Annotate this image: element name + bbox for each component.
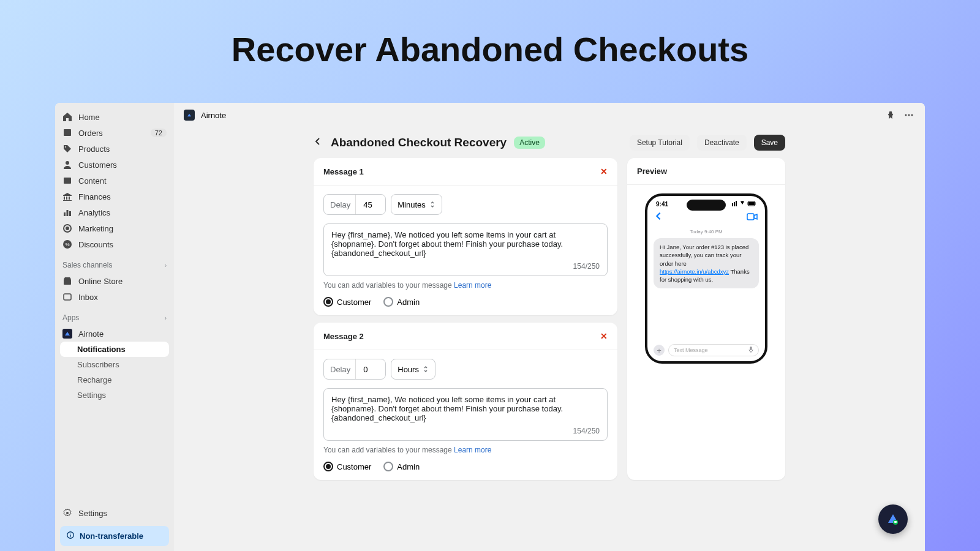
card-title: Message 2 bbox=[323, 332, 364, 341]
message-textarea[interactable]: Hey {first_name}, We noticed you left so… bbox=[323, 223, 608, 276]
sidebar-subitem-notifications[interactable]: Notifications bbox=[60, 342, 169, 357]
note-label: Non-transferable bbox=[80, 531, 143, 541]
video-icon bbox=[747, 212, 758, 223]
inbox-icon bbox=[62, 292, 72, 302]
status-badge: Active bbox=[514, 137, 545, 149]
gear-icon bbox=[62, 508, 72, 518]
setup-tutorial-button[interactable]: Setup Tutorial bbox=[630, 135, 690, 151]
sidebar-label: Inbox bbox=[78, 293, 98, 302]
sidebar-item-orders[interactable]: Orders 72 bbox=[55, 125, 174, 141]
svg-rect-5 bbox=[64, 212, 66, 216]
back-arrow-icon[interactable] bbox=[314, 137, 323, 149]
svg-rect-24 bbox=[736, 201, 737, 206]
save-button[interactable]: Save bbox=[754, 135, 785, 151]
sidebar-item-online-store[interactable]: Online Store bbox=[55, 273, 174, 289]
message-text: Hey {first_name}, We noticed you left so… bbox=[331, 395, 563, 422]
radio-label: Admin bbox=[397, 462, 420, 471]
bank-icon bbox=[62, 192, 72, 201]
svg-point-20 bbox=[908, 114, 910, 116]
sidebar-subitem-subscribers[interactable]: Subscribers bbox=[55, 357, 174, 372]
orders-icon bbox=[62, 128, 72, 138]
sidebar-label: Content bbox=[78, 176, 107, 186]
section-label: Sales channels bbox=[62, 261, 112, 269]
delay-unit-select[interactable]: Minutes bbox=[391, 194, 442, 215]
svg-rect-4 bbox=[64, 178, 71, 184]
sidebar-subitem-recharge[interactable]: Recharge bbox=[55, 372, 174, 388]
hero-title: Recover Abandoned Checkouts bbox=[0, 29, 980, 69]
mic-icon bbox=[748, 347, 753, 354]
svg-rect-13 bbox=[64, 294, 71, 300]
sidebar-section-sales-channels: Sales channels › bbox=[55, 257, 174, 273]
radio-label: Customer bbox=[337, 462, 371, 471]
message-text: Hey {first_name}, We noticed you left so… bbox=[331, 230, 563, 258]
more-icon[interactable] bbox=[903, 109, 915, 121]
page-title: Abandoned Checkout Recovery bbox=[331, 136, 507, 149]
deactivate-button[interactable]: Deactivate bbox=[697, 135, 747, 151]
sidebar-item-marketing[interactable]: Marketing bbox=[55, 220, 174, 236]
delay-label: Delay bbox=[324, 359, 356, 379]
char-counter: 154/250 bbox=[573, 262, 600, 271]
discount-icon: % bbox=[62, 239, 72, 249]
phone-preview: 9:41 Tod bbox=[645, 193, 767, 364]
sidebar-item-finances[interactable]: Finances bbox=[55, 189, 174, 204]
close-icon[interactable]: ✕ bbox=[600, 331, 608, 341]
phone-notch bbox=[687, 200, 726, 211]
preview-card: Preview 9:41 bbox=[627, 158, 785, 480]
close-icon[interactable]: ✕ bbox=[600, 167, 608, 176]
sidebar-label: Finances bbox=[78, 192, 111, 201]
delay-unit-select[interactable]: Hours bbox=[391, 359, 435, 380]
help-fab[interactable] bbox=[878, 504, 908, 534]
radio-dot-icon bbox=[323, 297, 333, 307]
delay-input[interactable]: Delay bbox=[323, 194, 386, 215]
sidebar-item-customers[interactable]: Customers bbox=[55, 157, 174, 173]
sidebar-item-airnote[interactable]: Airnote bbox=[55, 326, 174, 342]
pin-icon[interactable] bbox=[884, 109, 897, 121]
hint-text: You can add variables to your message Le… bbox=[323, 281, 608, 290]
delay-input[interactable]: Delay bbox=[323, 359, 386, 380]
sidebar-label: Customers bbox=[78, 160, 117, 170]
unit-label: Minutes bbox=[398, 200, 426, 209]
svg-rect-23 bbox=[734, 202, 735, 206]
svg-rect-22 bbox=[732, 203, 733, 206]
sidebar-item-products[interactable]: Products bbox=[55, 141, 174, 157]
sidebar: Home Orders 72 Products Customers Cont bbox=[55, 103, 174, 551]
phone-time: 9:41 bbox=[656, 201, 668, 208]
delay-value-input[interactable] bbox=[361, 365, 385, 374]
radio-admin[interactable]: Admin bbox=[383, 297, 420, 307]
radio-customer[interactable]: Customer bbox=[323, 462, 371, 471]
nontransferable-note[interactable]: Non-transferable bbox=[60, 526, 169, 546]
sidebar-item-home[interactable]: Home bbox=[55, 109, 174, 125]
tag-icon bbox=[62, 144, 72, 154]
sms-link: https://airnote.in/u/abcdxyz bbox=[660, 268, 729, 275]
phone-compose: + Text Message bbox=[654, 344, 759, 356]
sidebar-item-content[interactable]: Content bbox=[55, 173, 174, 189]
sidebar-item-analytics[interactable]: Analytics bbox=[55, 204, 174, 220]
sidebar-item-settings[interactable]: Settings bbox=[55, 505, 174, 521]
hint-text: You can add variables to your message Le… bbox=[323, 446, 608, 454]
stepper-icon bbox=[423, 365, 429, 373]
message-textarea[interactable]: Hey {first_name}, We noticed you left so… bbox=[323, 388, 608, 441]
unit-label: Hours bbox=[398, 365, 419, 374]
svg-rect-0 bbox=[64, 130, 71, 136]
topbar: Airnote bbox=[174, 103, 925, 127]
svg-rect-26 bbox=[748, 202, 755, 205]
message-card-1: Message 1 ✕ Delay Minutes bbox=[314, 158, 617, 315]
svg-rect-27 bbox=[747, 214, 754, 220]
radio-label: Customer bbox=[337, 298, 371, 307]
delay-value-input[interactable] bbox=[361, 200, 385, 209]
radio-admin[interactable]: Admin bbox=[383, 462, 420, 471]
sidebar-label: Airnote bbox=[78, 329, 104, 339]
sidebar-item-inbox[interactable]: Inbox bbox=[55, 289, 174, 305]
chevron-right-icon[interactable]: › bbox=[165, 315, 167, 321]
learn-more-link[interactable]: Learn more bbox=[454, 281, 491, 290]
target-icon bbox=[62, 223, 72, 233]
svg-text:%: % bbox=[65, 242, 69, 247]
learn-more-link[interactable]: Learn more bbox=[454, 446, 491, 454]
sidebar-item-discounts[interactable]: % Discounts bbox=[55, 236, 174, 252]
radio-customer[interactable]: Customer bbox=[323, 297, 371, 307]
sidebar-label: Home bbox=[78, 113, 100, 122]
chevron-right-icon[interactable]: › bbox=[165, 262, 167, 269]
svg-point-9 bbox=[66, 227, 69, 230]
sidebar-subitem-settings[interactable]: Settings bbox=[55, 388, 174, 403]
back-chevron-icon bbox=[655, 212, 662, 223]
